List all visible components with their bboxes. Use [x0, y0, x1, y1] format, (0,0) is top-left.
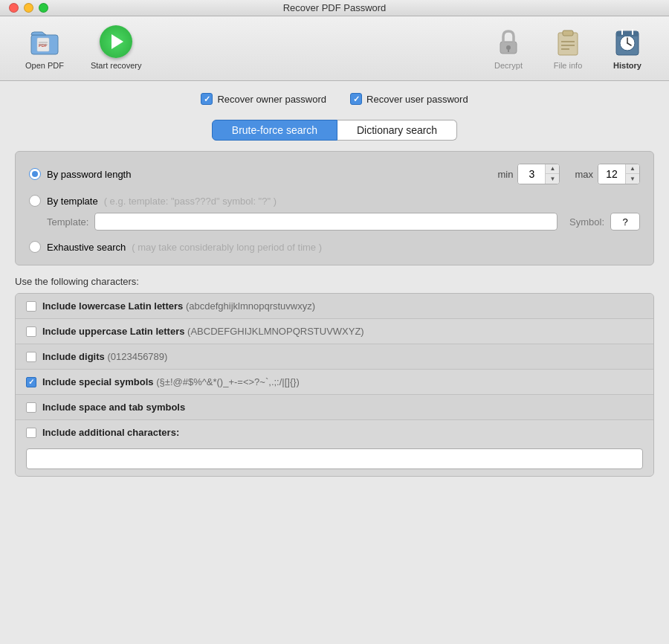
- min-input[interactable]: [518, 164, 545, 184]
- max-arrows: ▲ ▼: [625, 164, 639, 184]
- close-button[interactable]: [9, 3, 19, 13]
- main-content: Recover owner password Recover user pass…: [0, 81, 669, 644]
- special-text: Include special symbols (§±!@#$%^&*()_+-…: [42, 376, 300, 387]
- digits-checkbox[interactable]: [26, 352, 36, 362]
- by-length-radio[interactable]: [29, 168, 41, 180]
- by-template-radio[interactable]: [29, 195, 41, 207]
- max-input[interactable]: [598, 164, 625, 184]
- digits-text: Include digits (0123456789): [42, 351, 167, 362]
- by-template-hint: ( e.g. template: "pass???d" symbol: "?" …: [104, 196, 277, 207]
- start-recovery-icon: [100, 25, 132, 58]
- char-row-lowercase: Include lowercase Latin letters (abcdefg…: [16, 294, 653, 319]
- char-row-space: Include space and tab symbols: [16, 395, 653, 420]
- char-row-uppercase: Include uppercase Latin letters (ABCDEFG…: [16, 319, 653, 344]
- by-template-row: By template ( e.g. template: "pass???d" …: [29, 195, 640, 207]
- max-up-arrow[interactable]: ▲: [626, 164, 639, 174]
- template-label: Template:: [47, 216, 88, 228]
- characters-panel: Include lowercase Latin letters (abcdefg…: [15, 293, 654, 477]
- exhaustive-radio[interactable]: [29, 241, 41, 253]
- decrypt-icon: [492, 25, 525, 58]
- uppercase-checkbox[interactable]: [26, 326, 36, 337]
- toolbar-item-start-recovery[interactable]: Start recovery: [77, 22, 155, 73]
- min-arrows: ▲ ▼: [545, 164, 559, 184]
- min-up-arrow[interactable]: ▲: [546, 164, 559, 174]
- template-input[interactable]: [94, 213, 558, 231]
- max-down-arrow[interactable]: ▼: [626, 174, 639, 184]
- by-length-label: By password length: [47, 169, 131, 180]
- search-tabs: Brute-force search Dictionary search: [15, 120, 654, 141]
- history-icon: [611, 25, 644, 58]
- minimize-button[interactable]: [24, 3, 33, 13]
- tab-dictionary[interactable]: Dictionary search: [337, 120, 457, 141]
- open-pdf-label: Open PDF: [25, 61, 64, 70]
- window-title: Recover PDF Password: [283, 2, 387, 13]
- additional-checkbox[interactable]: [26, 428, 36, 438]
- tab-brute-force[interactable]: Brute-force search: [212, 120, 337, 141]
- characters-title: Use the following characters:: [15, 276, 654, 287]
- file-info-icon: [552, 25, 584, 58]
- uppercase-text: Include uppercase Latin letters (ABCDEFG…: [42, 326, 364, 337]
- title-bar: Recover PDF Password: [0, 0, 669, 16]
- svg-rect-17: [616, 31, 639, 36]
- min-label: min: [497, 169, 513, 180]
- file-info-label: File info: [554, 61, 583, 70]
- svg-text:PDF: PDF: [39, 43, 48, 48]
- char-row-digits: Include digits (0123456789): [16, 344, 653, 370]
- space-checkbox[interactable]: [26, 402, 36, 413]
- toolbar-item-history[interactable]: History: [598, 22, 657, 73]
- template-input-row: Template: Symbol:: [29, 213, 640, 231]
- start-recovery-label: Start recovery: [91, 61, 141, 70]
- toolbar-item-file-info[interactable]: File info: [538, 22, 598, 73]
- additional-text: Include additional characters:: [42, 427, 179, 438]
- char-row-additional: Include additional characters:: [16, 420, 653, 476]
- recover-user-checkbox[interactable]: [350, 93, 362, 105]
- recover-owner-item[interactable]: Recover owner password: [201, 93, 326, 105]
- toolbar: PDF Open PDF Start recovery Decrypt: [0, 16, 669, 81]
- char-row-special: Include special symbols (§±!@#$%^&*()_+-…: [16, 370, 653, 395]
- lowercase-checkbox[interactable]: [26, 301, 36, 312]
- toolbar-item-open-pdf[interactable]: PDF Open PDF: [12, 22, 77, 73]
- characters-section: Use the following characters: Include lo…: [15, 276, 654, 477]
- min-down-arrow[interactable]: ▼: [546, 174, 559, 184]
- recover-user-item[interactable]: Recover user password: [350, 93, 468, 105]
- by-template-label: By template: [47, 196, 98, 207]
- symbol-label: Symbol:: [569, 216, 604, 228]
- min-group: min ▲ ▼ max ▲ ▼: [497, 164, 640, 184]
- open-pdf-icon: PDF: [28, 25, 61, 58]
- toolbar-item-decrypt[interactable]: Decrypt: [479, 22, 538, 73]
- additional-label-row: Include additional characters:: [26, 427, 179, 438]
- lowercase-text: Include lowercase Latin letters (abcdefg…: [42, 300, 315, 312]
- recover-owner-checkbox[interactable]: [201, 93, 213, 105]
- min-input-wrap: ▲ ▼: [517, 164, 560, 184]
- max-input-wrap: ▲ ▼: [598, 164, 640, 184]
- exhaustive-row: Exhaustive search ( may take considerabl…: [29, 241, 640, 253]
- by-template-section: By template ( e.g. template: "pass???d" …: [29, 195, 640, 231]
- window-controls: [9, 3, 48, 13]
- svg-rect-9: [563, 30, 573, 36]
- max-label: max: [575, 169, 593, 180]
- symbol-input[interactable]: [610, 213, 640, 231]
- svg-point-6: [506, 45, 511, 50]
- history-label: History: [613, 61, 641, 70]
- checkboxes-row: Recover owner password Recover user pass…: [15, 93, 654, 105]
- search-options-panel: By password length min ▲ ▼ max ▲ ▼: [15, 151, 654, 265]
- recover-owner-label: Recover owner password: [217, 94, 326, 105]
- space-text: Include space and tab symbols: [42, 402, 185, 413]
- special-checkbox[interactable]: [26, 377, 36, 387]
- exhaustive-label: Exhaustive search: [47, 242, 126, 253]
- by-length-row: By password length min ▲ ▼ max ▲ ▼: [29, 164, 640, 184]
- maximize-button[interactable]: [39, 3, 48, 13]
- decrypt-label: Decrypt: [494, 61, 523, 70]
- additional-input[interactable]: [26, 448, 643, 469]
- exhaustive-hint: ( may take considerably long period of t…: [132, 242, 322, 253]
- recover-user-label: Recover user password: [366, 94, 468, 105]
